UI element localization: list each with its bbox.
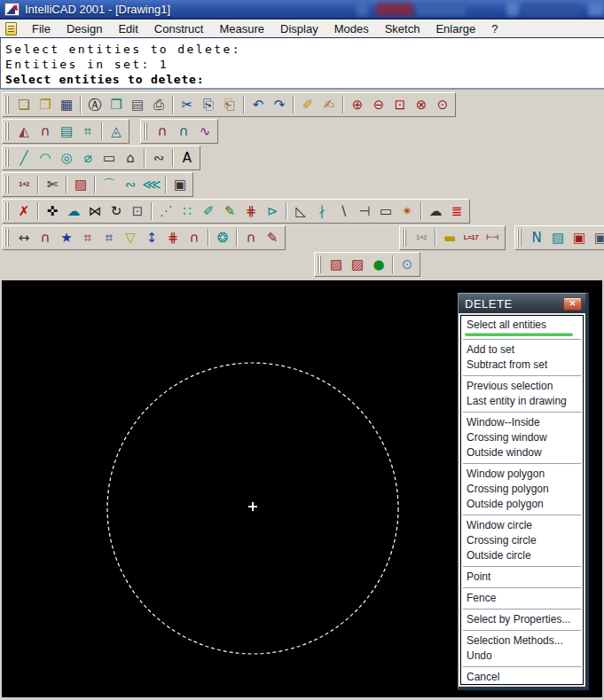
dim-arc-button[interactable]: ∩ [184,228,205,248]
dim-horizontal-button[interactable]: ↔ [13,228,35,248]
hatch-region-button[interactable]: ▨ [70,175,91,195]
toolbar-drag-handle[interactable] [143,122,148,140]
dim-ordinate-button[interactable]: ⌗ [98,228,120,248]
paste-button[interactable]: ⎗ [219,95,240,115]
menu-measure[interactable]: Measure [211,20,272,37]
dim-vertical-button[interactable]: ↕ [141,228,162,248]
panel-item-selection-methods[interactable]: Selection Methods... [461,633,583,649]
draw-line-button[interactable]: ╱ [13,148,35,169]
grid-bulb-button[interactable]: ⌗ [77,122,98,142]
dim-arch-button[interactable]: ∩ [35,228,56,248]
panel-item-outside-polygon[interactable]: Outside polygon [461,497,583,512]
dim-arch-edit-button[interactable]: ∩ [240,228,262,248]
draw-arc-button[interactable]: ◠ [35,148,56,169]
viewport-link-button[interactable]: ▣ [590,228,604,248]
zoom-previous-button[interactable]: ⊗ [411,95,432,115]
draw-ellipse-button[interactable]: ⌀ [77,148,98,169]
dim-wheel-button[interactable]: ❂ [212,228,233,248]
arc-length-button[interactable]: L=17 [460,228,482,248]
dim-linear-button[interactable]: ⊢⊣ [482,228,503,248]
lamp-table-button[interactable]: ◬ [106,122,127,142]
dim-star-button[interactable]: ★ [56,228,77,248]
panel-item-window-circle[interactable]: Window circle [461,518,583,533]
panel-item-crossing-window[interactable]: Crossing window [461,430,583,445]
edit-nodes-button[interactable]: ⊳ [262,201,283,222]
open-drawing-button[interactable]: ❐ [35,95,56,115]
entity-properties-button[interactable]: ≣ [446,201,467,222]
menu-enlarge[interactable]: Enlarge [428,20,483,37]
copy-entity-button[interactable]: ☁ [63,201,84,222]
mirror-button[interactable]: ⋈ [84,201,106,222]
title-bar[interactable]: IntelliCAD 2001 - [Drawing1] [0,0,604,20]
menu-construct[interactable]: Construct [146,20,212,37]
menu-modes[interactable]: Modes [326,20,377,37]
sketch-pen-button[interactable]: N [526,228,547,248]
panel-item-outside-circle[interactable]: Outside circle [461,548,583,563]
render-sphere-button[interactable]: ● [368,255,389,275]
save-drawing-button[interactable]: ▦ [56,95,77,115]
menu-design[interactable]: Design [59,20,110,37]
chamfer-lines-button[interactable]: ⋘ [141,175,162,195]
new-drawing-button[interactable]: ❏ [13,95,35,115]
arch-striped-button[interactable]: ∩ [173,122,194,142]
draw-polygon-button[interactable]: ⌂ [120,148,141,169]
hatch-crossing-button[interactable]: ▨ [347,255,368,275]
panel-item-last-entity-in-drawing[interactable]: Last entity in drawing [461,394,583,409]
panel-item-subtract-from-set[interactable]: Subtract from set [461,358,583,373]
fillet-button[interactable]: ⌒ [98,175,120,195]
panel-item-add-to-set[interactable]: Add to set [461,342,583,358]
esnap-pencil-button[interactable]: ✐ [297,95,318,115]
lengthen-button[interactable]: ∖ [333,201,354,222]
toolbar-drag-handle[interactable] [4,229,10,247]
zigzag-polyline-button[interactable]: ∿ [194,122,216,142]
dim-gate-button[interactable]: ⌗ [77,228,98,248]
scale-select-button[interactable]: ⊡ [127,201,148,222]
array-rectangular-button[interactable]: ∷ [176,201,198,222]
zoom-out-button[interactable]: ⊖ [368,95,389,115]
draw-circle-button[interactable]: ◎ [56,148,77,169]
explode-button[interactable]: ✴ [396,201,418,222]
toolbar-drag-handle[interactable] [317,256,322,273]
delete-panel-titlebar[interactable]: DELETE ✕ [459,294,585,313]
spline-edit-button[interactable]: ∾ [120,175,141,195]
toolbar-drag-handle[interactable] [4,149,10,167]
zoom-in-button[interactable]: ⊕ [347,95,368,115]
dim-tolerance-button[interactable]: ▽ [120,228,141,248]
dim-style-pen-button[interactable]: ✎ [262,228,283,248]
toolbar-drag-handle[interactable] [4,202,10,220]
break-entity-button[interactable]: ✄ [42,175,63,195]
zoom-extents-button[interactable]: ⊙ [432,95,453,115]
command-history[interactable]: Select entities to delete:Entities in se… [0,38,604,90]
toolbar-drag-handle[interactable] [517,229,522,247]
trim-button[interactable]: ◺ [290,201,311,222]
hatch-window-button[interactable]: ▨ [326,255,347,275]
cut-button[interactable]: ✂ [176,95,198,115]
revision-cloud-button[interactable]: ☁ [425,201,446,222]
menu-sketch[interactable]: Sketch [377,20,428,37]
view-presets-button[interactable]: ◭ [13,122,35,142]
redo-button[interactable]: ↷ [269,95,290,115]
document-icon[interactable] [5,22,17,35]
viewport-screen-button[interactable]: ▣ [169,175,191,195]
esnap-hand-button[interactable]: ✍ [318,95,340,115]
drawing-canvas[interactable]: DELETE ✕ Select all entitiesAdd to setSu… [0,280,604,700]
array-polar-button[interactable]: ⋰ [155,201,176,222]
draw-rectangle-button[interactable]: ▭ [98,148,120,169]
menu-file[interactable]: File [24,20,59,37]
panel-item-select-by-properties[interactable]: Select by Properties... [461,612,583,627]
delete-button[interactable]: ✗ [13,201,35,222]
arch-solid-button[interactable]: ∩ [152,122,173,142]
close-icon[interactable]: ✕ [563,297,582,311]
extend-button[interactable]: ∤ [311,201,333,222]
edit-polyline-button[interactable]: ▭ [375,201,396,222]
copy-series-dim-button[interactable]: 1+2 [411,228,432,248]
zoom-window-button[interactable]: ⊡ [389,95,411,115]
panel-item-previous-selection[interactable]: Previous selection [461,379,583,394]
copy-series-button[interactable]: 1+2 [13,175,35,195]
panel-item-select-all-entities[interactable]: Select all entities [461,318,583,336]
stretch-button[interactable]: ⋕ [240,201,262,222]
freehand-sketch-button[interactable]: ∾ [148,148,169,169]
toolbar-drag-handle[interactable] [402,229,407,247]
panel-item-point[interactable]: Point [461,570,583,585]
color-settings-button[interactable]: ❐ [106,95,127,115]
